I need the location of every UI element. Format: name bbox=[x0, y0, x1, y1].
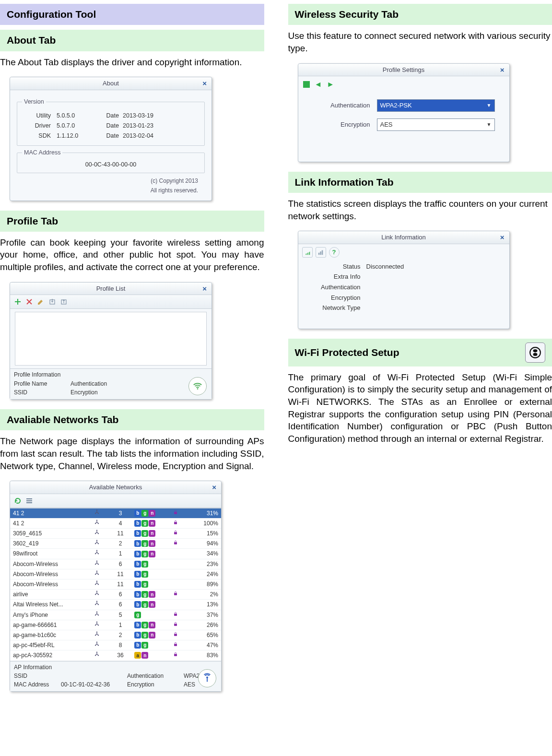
add-icon[interactable] bbox=[14, 298, 22, 306]
driver-label: Driver bbox=[22, 122, 57, 130]
wireless-security-description: Use this feature to connect secured netw… bbox=[288, 30, 552, 54]
svg-rect-44 bbox=[174, 614, 177, 616]
sdk-value: 1.1.12.0 bbox=[57, 132, 100, 140]
svg-point-42 bbox=[95, 614, 96, 615]
encryption-value: AES bbox=[380, 120, 393, 129]
svg-rect-48 bbox=[174, 624, 177, 626]
svg-point-25 bbox=[96, 560, 97, 561]
list-view-icon[interactable] bbox=[25, 497, 33, 505]
available-networks-description: The Network page displays the informatio… bbox=[0, 435, 264, 472]
svg-point-2 bbox=[197, 388, 199, 390]
profile-settings-window: Profile Settings × ◄ ► Authentication WP… bbox=[298, 63, 510, 162]
refresh-icon[interactable] bbox=[14, 497, 22, 505]
close-icon[interactable]: × bbox=[500, 65, 505, 75]
auth-value bbox=[366, 283, 509, 292]
ssid-value bbox=[61, 672, 118, 680]
svg-rect-3 bbox=[26, 498, 32, 499]
svg-rect-60 bbox=[174, 654, 177, 657]
svg-rect-37 bbox=[174, 593, 177, 595]
date-label: Date bbox=[100, 112, 123, 120]
stop-icon[interactable] bbox=[303, 81, 310, 88]
svg-point-12 bbox=[98, 523, 99, 524]
edit-icon[interactable] bbox=[37, 298, 45, 306]
svg-point-19 bbox=[95, 543, 96, 544]
svg-point-28 bbox=[96, 570, 97, 571]
table-row[interactable]: 41 23bgn31% bbox=[10, 508, 221, 519]
section-heading-link-information: Link Information Tab bbox=[288, 172, 552, 193]
svg-rect-64 bbox=[321, 250, 323, 255]
close-icon[interactable]: × bbox=[500, 233, 505, 242]
forward-icon[interactable]: ► bbox=[327, 79, 334, 90]
svg-rect-5 bbox=[26, 502, 32, 503]
svg-point-36 bbox=[98, 594, 99, 595]
network-type-value bbox=[366, 304, 509, 312]
extra-info-label: Extra Info bbox=[298, 272, 366, 281]
table-row[interactable]: ap-pc-4f5ebf-RL8bg47% bbox=[10, 640, 221, 650]
status-label: Status bbox=[298, 262, 366, 271]
close-icon[interactable]: × bbox=[202, 79, 207, 88]
link-information-window: Link Information × ? StatusDisconnected … bbox=[298, 231, 510, 329]
section-heading-profile-tab: Profile Tab bbox=[0, 211, 264, 232]
svg-point-20 bbox=[98, 543, 99, 544]
copyright-2: All rights reserved. bbox=[17, 186, 205, 195]
export-icon[interactable] bbox=[60, 298, 68, 306]
table-row[interactable]: Abocom-Wireless6bg23% bbox=[10, 559, 221, 569]
about-window: About × Version Utility 5.0.5.0 Date 201… bbox=[10, 77, 212, 201]
stats-icon[interactable] bbox=[316, 247, 326, 258]
authentication-select[interactable]: WPA2-PSK ▼ bbox=[377, 99, 495, 112]
svg-point-38 bbox=[96, 601, 97, 602]
ap-info-legend: AP Information bbox=[14, 663, 217, 671]
svg-point-59 bbox=[98, 655, 99, 656]
table-row[interactable]: Abocom-Wireless11bg89% bbox=[10, 579, 221, 590]
networks-table[interactable]: 41 23bgn31%41 24bgn100%3059_461511bgn15%… bbox=[10, 508, 221, 661]
svg-point-41 bbox=[96, 611, 97, 612]
table-row[interactable]: ap-pcA-30559236an83% bbox=[10, 650, 221, 661]
mac-value: 00-1C-91-02-42-36 bbox=[61, 681, 118, 688]
enc-value bbox=[366, 294, 509, 302]
back-icon[interactable]: ◄ bbox=[315, 79, 322, 90]
table-row[interactable]: Abocom-Wireless11bg24% bbox=[10, 569, 221, 579]
table-row[interactable]: 98wifiroot1bgn34% bbox=[10, 549, 221, 559]
close-icon[interactable]: × bbox=[212, 483, 216, 492]
extra-info-value bbox=[366, 272, 509, 281]
svg-rect-56 bbox=[174, 644, 177, 646]
wifi-icon bbox=[188, 377, 207, 395]
section-heading-configuration-tool: Configuration Tool bbox=[0, 4, 264, 25]
auth-label: Authentication bbox=[298, 283, 366, 292]
driver-date: 2013-01-23 bbox=[123, 122, 153, 130]
enc-label: Encryption bbox=[298, 294, 366, 302]
svg-point-53 bbox=[96, 642, 97, 643]
table-row[interactable]: Altai Wireless Net...6bgn13% bbox=[10, 600, 221, 610]
table-row[interactable]: 41 24bgn100% bbox=[10, 518, 221, 528]
link-information-description: The statistics screen displays the traff… bbox=[288, 198, 552, 222]
close-icon[interactable]: × bbox=[202, 284, 207, 294]
svg-point-65 bbox=[530, 347, 540, 358]
encryption-select[interactable]: AES ▼ bbox=[377, 118, 495, 131]
svg-point-14 bbox=[96, 530, 97, 531]
enc-label: Encryption bbox=[70, 389, 123, 396]
table-row[interactable]: airlive6bgn2% bbox=[10, 590, 221, 600]
section-heading-wireless-security: Wireless Security Tab bbox=[288, 4, 552, 25]
svg-point-16 bbox=[98, 533, 99, 534]
mac-value: 00-0C-43-00-00-00 bbox=[22, 161, 200, 169]
chevron-down-icon: ▼ bbox=[487, 102, 492, 109]
table-row[interactable]: Amy's iPhone5g37% bbox=[10, 610, 221, 620]
signal-icon[interactable] bbox=[302, 247, 313, 258]
svg-point-58 bbox=[95, 655, 96, 656]
table-row[interactable]: 3602_4192bgn94% bbox=[10, 539, 221, 549]
svg-point-24 bbox=[98, 554, 99, 555]
delete-icon[interactable] bbox=[25, 298, 33, 306]
help-icon[interactable]: ? bbox=[329, 247, 340, 258]
table-row[interactable]: ap-game-b1c60c2bgn65% bbox=[10, 630, 221, 640]
status-value: Disconnected bbox=[366, 262, 509, 271]
table-row[interactable]: 3059_461511bgn15% bbox=[10, 529, 221, 539]
import-icon[interactable] bbox=[48, 298, 56, 306]
table-row[interactable]: ap-game-6666611bgn26% bbox=[10, 620, 221, 630]
svg-point-45 bbox=[96, 621, 97, 622]
svg-rect-52 bbox=[174, 634, 177, 636]
mac-fieldset: MAC Address 00-0C-43-00-00-00 bbox=[17, 149, 205, 173]
svg-point-54 bbox=[95, 645, 96, 646]
utility-label: Utility bbox=[22, 112, 57, 120]
svg-point-8 bbox=[98, 513, 99, 514]
svg-point-35 bbox=[95, 594, 96, 595]
